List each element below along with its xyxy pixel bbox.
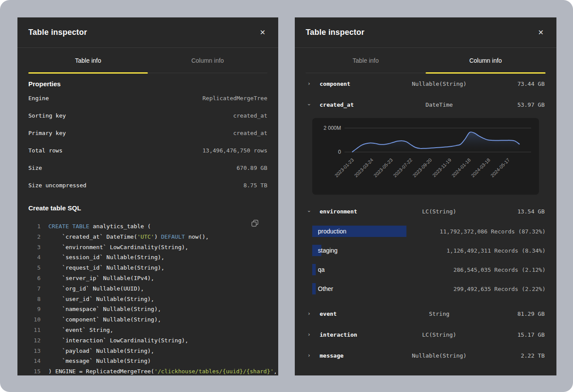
sql-line: 4 `session_id` Nullable(String), (28, 252, 267, 263)
sql-line: 11 `event` String, (28, 325, 267, 335)
column-size: 13.54 GB (481, 208, 546, 215)
sql-line-code: `event` String, (48, 325, 113, 335)
property-row: Primary keycreated_at (28, 124, 267, 142)
sql-line-number: 15 (28, 366, 41, 375)
column-type: LC(String) (397, 208, 481, 215)
column-size: 81.29 GB (481, 311, 546, 317)
chevron-right-icon[interactable]: › (306, 331, 320, 338)
sql-line-number: 5 (28, 263, 41, 273)
env-value-row: qa286,545,035 Records (2.12%) (306, 260, 546, 279)
env-value-row: Other299,492,635 Records (2.22%) (306, 279, 546, 298)
sql-line: 6 `server_ip` Nullable(IPv4), (28, 273, 267, 284)
x-axis-tick-label: 2023-03-24 (353, 157, 374, 178)
env-value-records: 1,126,492,311 Records (8.34%) (447, 247, 546, 254)
sql-line: 7 `org_id` Nullable(UUID), (28, 284, 267, 294)
chart-area-fill (352, 132, 519, 152)
sql-line-code: `environment` LowCardinality(String), (48, 242, 188, 253)
property-label: Total rows (28, 147, 62, 154)
chevron-right-icon[interactable]: › (306, 311, 320, 317)
properties-list: EngineReplicatedMergeTreeSorting keycrea… (28, 89, 267, 194)
column-row-interaction[interactable]: ›interactionLC(String)15.17 GB (306, 324, 546, 345)
x-axis-tick-label: 2024-03-18 (470, 157, 491, 178)
x-axis-tick-label: 2023-07-22 (392, 157, 413, 178)
property-value: created_at (233, 112, 267, 119)
env-value-label: Other (318, 285, 333, 292)
sql-line: 14 `message` Nullable(String) (28, 356, 267, 366)
sql-line-number: 6 (28, 273, 41, 284)
column-row-component[interactable]: ›componentNullable(String)73.44 GB (306, 73, 546, 94)
sql-line-number: 4 (28, 252, 41, 263)
column-type: Nullable(String) (397, 81, 481, 87)
sql-line-code: `org_id` Nullable(UUID), (48, 284, 144, 294)
x-axis-tick-label: 2024-05-17 (490, 157, 511, 178)
sql-line-code: CREATE TABLE analytics_table ( (48, 221, 151, 232)
x-axis-tick-label: 2023-01-23 (334, 157, 355, 178)
chevron-right-icon[interactable]: › (306, 81, 320, 87)
sql-line-number: 13 (28, 346, 41, 356)
x-axis-tick-label: 2023-11-19 (431, 157, 452, 178)
tab-column-info[interactable]: Column info (148, 48, 267, 73)
column-name: interaction (320, 331, 397, 338)
sql-line-code: `server_ip` Nullable(IPv4), (48, 273, 154, 284)
table-inspector-modal-left: Table inspector ✕ Table infoColumn info … (17, 17, 278, 375)
sql-line-number: 11 (28, 325, 41, 335)
env-value-bar (312, 283, 316, 294)
column-row-event[interactable]: ›eventString81.29 GB (306, 303, 546, 324)
tab-table-info[interactable]: Table info (28, 48, 148, 73)
modal-title: Table inspector (28, 28, 87, 37)
column-type: Nullable(String) (397, 352, 481, 359)
env-bar-wrap: production (312, 226, 440, 237)
column-row-created_at[interactable]: ›created_atDateTime53.97 GB (306, 94, 546, 115)
property-label: Primary key (28, 130, 66, 136)
chevron-right-icon[interactable]: › (306, 352, 320, 358)
close-icon[interactable]: ✕ (258, 27, 267, 38)
property-row: EngineReplicatedMergeTree (28, 89, 267, 107)
sql-line-code: `request_id` Nullable(String), (48, 263, 164, 273)
column-type: String (397, 311, 481, 317)
sql-line-number: 7 (28, 284, 41, 294)
sql-line: 10 `component` Nullable(String), (28, 314, 267, 325)
env-group-gap (306, 298, 546, 303)
env-value-label: staging (318, 247, 338, 254)
tab-table-info[interactable]: Table info (306, 48, 426, 73)
sql-line-number: 8 (28, 294, 41, 304)
sql-line: 8 `user_id` Nullable(String), (28, 294, 267, 304)
chevron-down-icon[interactable]: › (306, 101, 320, 108)
sql-line-code: ) ENGINE = ReplicatedMergeTree('/clickho… (48, 366, 277, 375)
modal-header: Table inspector ✕ (295, 17, 556, 48)
sql-line-number: 9 (28, 304, 41, 314)
sql-line: 12 `interaction` LowCardinality(String), (28, 335, 267, 346)
column-type: DateTime (397, 101, 481, 108)
sql-line-code: `namespace` Nullable(String), (48, 304, 161, 314)
property-row: Sorting keycreated_at (28, 107, 267, 124)
sql-line: 5 `request_id` Nullable(String), (28, 263, 267, 273)
sql-line-code: `interaction` LowCardinality(String), (48, 335, 188, 346)
modal-header: Table inspector ✕ (17, 17, 278, 48)
column-row-message[interactable]: ›messageNullable(String)2.22 TB (306, 345, 546, 366)
property-value: 670.89 GB (237, 165, 267, 171)
env-value-bar (312, 264, 316, 275)
sql-line: 1CREATE TABLE analytics_table ( (28, 221, 267, 232)
sql-line-number: 3 (28, 242, 41, 253)
column-size: 53.97 GB (481, 101, 546, 108)
tab-column-info[interactable]: Column info (426, 48, 546, 73)
copy-icon[interactable] (250, 219, 259, 229)
close-icon[interactable]: ✕ (536, 27, 546, 38)
chevron-down-icon[interactable]: › (306, 208, 320, 214)
sql-line-code: `payload` Nullable(String), (48, 346, 154, 356)
column-distribution-chart-card: 2 000M02023-01-232023-03-242023-05-23202… (312, 118, 539, 195)
property-label: Size (28, 165, 42, 171)
sql-line: 3 `environment` LowCardinality(String), (28, 242, 267, 253)
env-bar-wrap: Other (312, 283, 454, 294)
sql-line-code: `session_id` Nullable(String), (48, 252, 164, 263)
y-axis-tick-label: 2 000M (324, 125, 341, 131)
sql-line-number: 10 (28, 314, 41, 325)
sql-line-code: `created_at` DateTime('UTC') DEFAULT now… (48, 232, 209, 242)
property-label: Sorting key (28, 112, 66, 119)
column-name: created_at (320, 101, 397, 108)
column-row-environment[interactable]: ›environmentLC(String)13.54 GB (306, 201, 546, 222)
sql-code-block: 1CREATE TABLE analytics_table (2 `create… (28, 221, 267, 375)
property-value: 8.75 TB (243, 182, 267, 189)
sql-line-number: 2 (28, 232, 41, 242)
sql-lines: 1CREATE TABLE analytics_table (2 `create… (28, 221, 267, 375)
